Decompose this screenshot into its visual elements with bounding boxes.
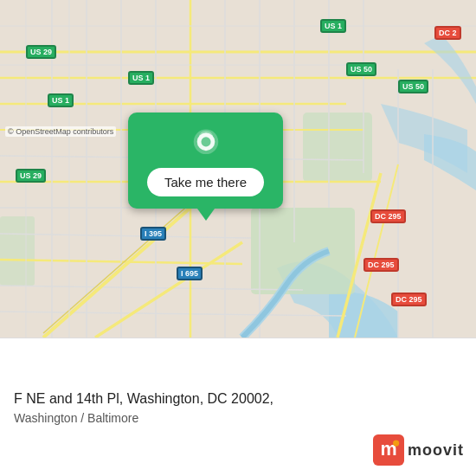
shield-dc295b: DC 295 — [363, 258, 399, 272]
popup-triangle — [197, 209, 215, 221]
shield-dc295a: DC 295 — [370, 209, 406, 223]
shield-dc295c: DC 295 — [391, 293, 427, 306]
shield-us1-mid: US 1 — [128, 71, 154, 85]
svg-rect-2 — [303, 113, 372, 182]
moovit-icon: m — [373, 434, 404, 466]
moovit-brand-text: moovit — [408, 441, 464, 460]
bottom-bar: F NE and 14th Pl, Washington, DC 20002, … — [0, 338, 476, 476]
moovit-logo: m moovit — [373, 434, 464, 466]
address-line2: Washington / Baltimore — [14, 411, 462, 425]
popup-container: Take me there — [128, 113, 283, 221]
location-pin-icon — [190, 128, 222, 161]
shield-us50: US 50 — [346, 62, 376, 76]
shield-us50b: US 50 — [398, 80, 428, 93]
map-attribution: © OpenStreetMap contributors — [5, 126, 116, 137]
svg-rect-3 — [0, 216, 35, 286]
svg-rect-1 — [251, 208, 355, 294]
shield-us29-top: US 29 — [26, 45, 56, 59]
address-line1: F NE and 14th Pl, Washington, DC 20002, — [14, 389, 462, 408]
shield-i695: I 695 — [177, 267, 203, 280]
shield-us29-mid: US 29 — [16, 169, 46, 183]
map-container: US 1 US 29 US 1 US 1 US 50 US 50 DC 2 US… — [0, 0, 476, 476]
shield-i395: I 395 — [140, 227, 166, 241]
popup-box: Take me there — [128, 113, 283, 209]
shield-us1-left: US 1 — [48, 93, 74, 107]
shield-dc2: DC 2 — [434, 26, 461, 40]
take-me-there-button[interactable]: Take me there — [147, 168, 264, 196]
shield-us1-top: US 1 — [320, 19, 346, 33]
